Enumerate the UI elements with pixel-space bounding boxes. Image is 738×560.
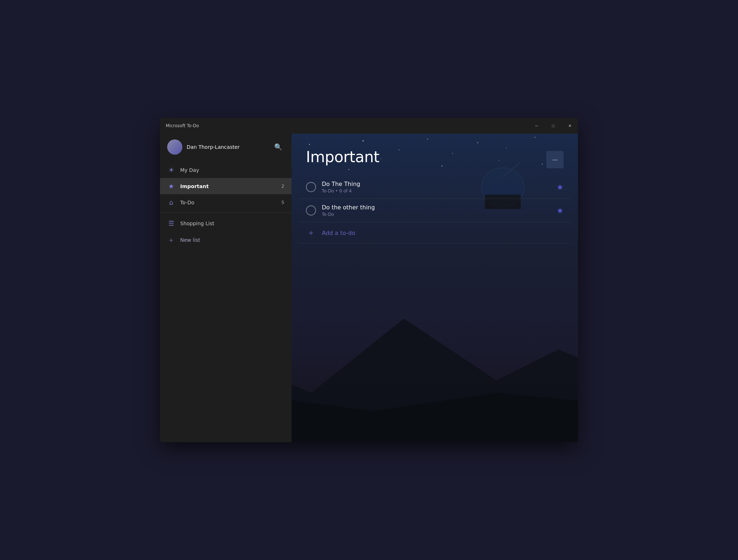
- sidebar-item-shopping[interactable]: ☰ Shopping List: [160, 215, 292, 231]
- sidebar-item-label: Shopping List: [180, 221, 284, 226]
- user-info: Dan Thorp-Lancaster: [167, 139, 240, 155]
- sun-icon: ☀: [167, 166, 175, 174]
- avatar[interactable]: [167, 139, 182, 155]
- nav-divider: [160, 213, 292, 213]
- list-icon: ☰: [167, 219, 175, 227]
- sidebar-nav: ☀ My Day ★ Important 2 ⌂ To-Do 5: [160, 160, 292, 442]
- task-checkbox[interactable]: [306, 205, 316, 215]
- home-icon: ⌂: [167, 199, 175, 206]
- task-item[interactable]: Do the other thing To-Do ★: [299, 199, 571, 222]
- task-name: Do The Thing: [322, 181, 551, 187]
- search-button[interactable]: 🔍: [272, 141, 284, 153]
- window-controls: ─ □ ✕: [528, 118, 578, 134]
- username: Dan Thorp-Lancaster: [187, 144, 240, 150]
- plus-icon: ＋: [306, 227, 316, 238]
- plus-icon: ＋: [167, 236, 175, 244]
- maximize-button[interactable]: □: [545, 118, 561, 134]
- sidebar-item-label: Important: [180, 183, 276, 189]
- main-header: Important ···: [292, 134, 578, 175]
- sidebar-header: Dan Thorp-Lancaster 🔍: [160, 134, 292, 160]
- star-icon[interactable]: ★: [556, 183, 564, 192]
- todo-badge: 5: [281, 200, 284, 205]
- app-body: Dan Thorp-Lancaster 🔍 ☀ My Day ★ Importa…: [160, 134, 578, 442]
- sidebar-item-label: To-Do: [180, 200, 276, 205]
- task-meta: To-Do: [322, 212, 551, 217]
- titlebar: Microsoft To-Do ─ □ ✕: [160, 118, 578, 134]
- avatar-image: [167, 139, 182, 155]
- app-title: Microsoft To-Do: [166, 123, 199, 128]
- task-info: Do the other thing To-Do: [322, 204, 551, 217]
- search-icon: 🔍: [274, 143, 282, 151]
- star-icon[interactable]: ★: [556, 206, 564, 215]
- page-title: Important: [306, 148, 379, 166]
- main-content: Important ··· Do The Thing To-Do • 0 of …: [292, 134, 578, 442]
- task-list: Do The Thing To-Do • 0 of 4 ★ Do the oth…: [292, 175, 578, 442]
- sidebar: Dan Thorp-Lancaster 🔍 ☀ My Day ★ Importa…: [160, 134, 292, 442]
- more-icon: ···: [552, 156, 557, 164]
- more-options-button[interactable]: ···: [546, 151, 564, 168]
- add-todo-label: Add a to-do: [322, 230, 355, 236]
- sidebar-item-todo[interactable]: ⌂ To-Do 5: [160, 194, 292, 210]
- task-meta: To-Do • 0 of 4: [322, 188, 551, 194]
- close-button[interactable]: ✕: [561, 118, 578, 134]
- app-window: Microsoft To-Do ─ □ ✕ Dan Thorp-Lancaste…: [160, 118, 578, 442]
- add-todo-button[interactable]: ＋ Add a to-do: [299, 222, 571, 244]
- minimize-button[interactable]: ─: [528, 118, 545, 134]
- task-info: Do The Thing To-Do • 0 of 4: [322, 181, 551, 194]
- important-badge: 2: [281, 183, 284, 189]
- task-item[interactable]: Do The Thing To-Do • 0 of 4 ★: [299, 175, 571, 199]
- task-name: Do the other thing: [322, 204, 551, 211]
- new-list-label: New list: [180, 237, 200, 243]
- sidebar-item-label: My Day: [180, 167, 284, 173]
- star-icon: ★: [167, 182, 175, 190]
- sidebar-item-my-day[interactable]: ☀ My Day: [160, 162, 292, 178]
- new-list-button[interactable]: ＋ New list: [160, 231, 292, 249]
- sidebar-item-important[interactable]: ★ Important 2: [160, 178, 292, 194]
- task-checkbox[interactable]: [306, 182, 316, 192]
